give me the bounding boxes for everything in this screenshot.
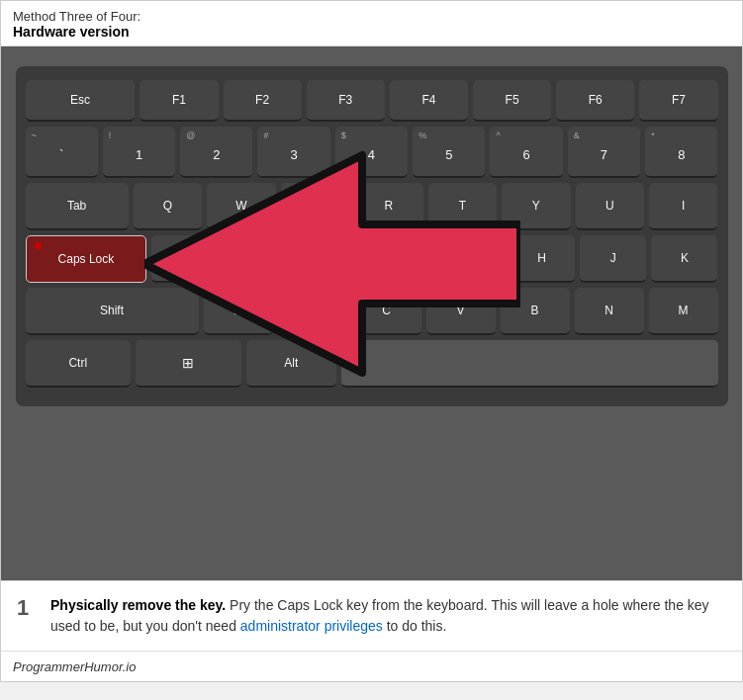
- key-2[interactable]: @ 2: [180, 127, 252, 178]
- key-z[interactable]: Z: [204, 288, 273, 335]
- num-row: ~ ` ! 1 @ 2 # 3 $ 4: [26, 127, 718, 178]
- key-a[interactable]: A: [151, 235, 218, 283]
- zxcv-row: Shift Z X C V B N M: [26, 288, 718, 335]
- key-k[interactable]: K: [651, 235, 717, 283]
- bottom-row: Ctrl ⊞ Alt: [26, 340, 718, 388]
- page-container: Method Three of Four: Hardware version E…: [0, 0, 743, 682]
- key-v[interactable]: V: [426, 288, 496, 335]
- qwerty-row: Tab Q W E R T Y U I: [26, 183, 718, 230]
- key-win[interactable]: ⊞: [136, 340, 241, 388]
- keyboard-section: Esc F1 F2 F3 F4 F5 F6 F7 ~ ` ! 1: [1, 46, 742, 580]
- key-f5[interactable]: F5: [473, 80, 551, 122]
- key-m[interactable]: M: [649, 288, 718, 335]
- key-q[interactable]: Q: [134, 183, 202, 230]
- key-shift[interactable]: Shift: [26, 288, 199, 335]
- instruction-section: 1 Physically remove the key. Pry the Cap…: [1, 580, 742, 651]
- step-number: 1: [17, 595, 37, 621]
- footer: ProgrammerHumor.io: [1, 651, 742, 681]
- key-tilde[interactable]: ~ `: [26, 127, 98, 178]
- key-w[interactable]: W: [207, 183, 275, 230]
- key-f[interactable]: F: [366, 235, 432, 283]
- win-icon: ⊞: [182, 355, 194, 371]
- key-c[interactable]: C: [352, 288, 421, 335]
- key-f3[interactable]: F3: [307, 80, 385, 122]
- key-5[interactable]: % 5: [413, 127, 485, 178]
- key-e[interactable]: E: [281, 183, 349, 230]
- key-j[interactable]: J: [580, 235, 646, 283]
- key-f4[interactable]: F4: [390, 80, 468, 122]
- key-d[interactable]: D: [295, 235, 361, 283]
- keyboard-wrapper: Esc F1 F2 F3 F4 F5 F6 F7 ~ ` ! 1: [16, 66, 728, 406]
- key-f6[interactable]: F6: [556, 80, 634, 122]
- key-esc[interactable]: Esc: [26, 80, 136, 122]
- key-8[interactable]: * 8: [645, 127, 717, 178]
- method-subtitle: Hardware version: [13, 24, 730, 40]
- key-space[interactable]: [341, 340, 718, 388]
- footer-brand: ProgrammerHumor.io: [13, 659, 137, 674]
- key-i[interactable]: I: [649, 183, 717, 230]
- key-capslock[interactable]: Caps Lock: [26, 235, 147, 283]
- key-tab[interactable]: Tab: [26, 183, 129, 230]
- header: Method Three of Four: Hardware version: [1, 1, 742, 46]
- key-7[interactable]: & 7: [568, 127, 640, 178]
- fn-row: Esc F1 F2 F3 F4 F5 F6 F7: [26, 80, 718, 122]
- method-label: Method Three of Four:: [13, 9, 730, 24]
- key-u[interactable]: U: [576, 183, 644, 230]
- key-6[interactable]: ^ 6: [490, 127, 562, 178]
- step-text: Physically remove the key. Pry the Caps …: [50, 595, 726, 637]
- key-x[interactable]: X: [278, 288, 347, 335]
- key-ctrl[interactable]: Ctrl: [26, 340, 132, 388]
- link-text: administrator privileges: [240, 618, 383, 634]
- key-f7[interactable]: F7: [639, 80, 717, 122]
- step-bold: Physically remove the key.: [50, 597, 226, 613]
- key-1[interactable]: ! 1: [103, 127, 175, 178]
- key-f1[interactable]: F1: [139, 80, 218, 122]
- key-3[interactable]: # 3: [257, 127, 329, 178]
- key-h[interactable]: H: [509, 235, 575, 283]
- key-b[interactable]: B: [501, 288, 570, 335]
- key-alt[interactable]: Alt: [246, 340, 336, 388]
- key-n[interactable]: N: [575, 288, 644, 335]
- key-s[interactable]: S: [224, 235, 290, 283]
- key-f2[interactable]: F2: [224, 80, 302, 122]
- key-4[interactable]: $ 4: [335, 127, 408, 178]
- key-r[interactable]: R: [354, 183, 422, 230]
- asdf-row: Caps Lock A S D F G H J K: [26, 235, 718, 283]
- key-g[interactable]: G: [437, 235, 504, 283]
- key-t[interactable]: T: [428, 183, 497, 230]
- key-y[interactable]: Y: [502, 183, 570, 230]
